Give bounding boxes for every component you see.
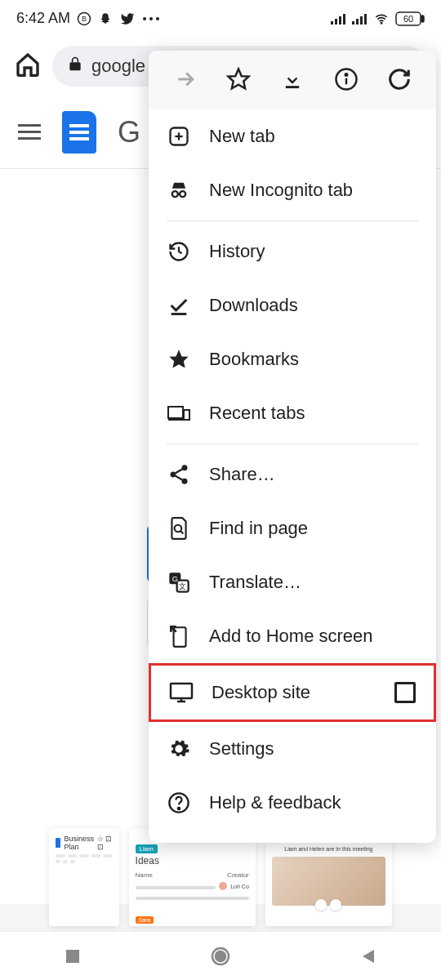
svg-line-40 bbox=[180, 531, 183, 533]
thumb-2-ideas: Ideas bbox=[136, 855, 249, 866]
svg-rect-12 bbox=[364, 14, 367, 24]
svg-rect-9 bbox=[352, 21, 354, 24]
svg-rect-31 bbox=[168, 407, 183, 418]
docs-logo-icon bbox=[62, 111, 96, 154]
menu-share[interactable]: Share… bbox=[149, 448, 436, 501]
forward-button[interactable] bbox=[172, 65, 199, 93]
menu-help-label: Help & feedback bbox=[209, 792, 418, 813]
menu-new-tab[interactable]: New tab bbox=[149, 109, 436, 163]
thumb-1: Business Plan☆ ⊡ ⊡ bbox=[49, 828, 119, 926]
svg-point-13 bbox=[381, 22, 381, 23]
menu-find-in-page[interactable]: Find in page bbox=[149, 501, 436, 555]
menu-translate[interactable]: G文 Translate… bbox=[149, 555, 436, 609]
menu-downloads[interactable]: Downloads bbox=[149, 278, 436, 332]
status-left: 6:42 AM B bbox=[16, 10, 160, 27]
svg-point-36 bbox=[182, 479, 188, 484]
twitter-icon bbox=[119, 11, 136, 26]
svg-point-26 bbox=[172, 191, 178, 197]
menu-downloads-label: Downloads bbox=[209, 295, 418, 316]
svg-rect-19 bbox=[286, 86, 299, 88]
menu-button[interactable] bbox=[18, 124, 41, 140]
thumb-2-name-header: Name bbox=[136, 871, 153, 879]
menu-find-label: Find in page bbox=[209, 518, 418, 539]
back-nav-button[interactable] bbox=[359, 947, 377, 965]
history-icon bbox=[167, 239, 191, 264]
svg-point-50 bbox=[178, 808, 180, 809]
svg-point-3 bbox=[149, 17, 153, 20]
snapchat-icon bbox=[98, 11, 113, 26]
svg-point-39 bbox=[175, 525, 182, 532]
menu-new-tab-label: New tab bbox=[209, 126, 418, 147]
svg-point-34 bbox=[182, 465, 188, 470]
svg-rect-8 bbox=[343, 14, 345, 24]
wifi-icon bbox=[372, 12, 390, 25]
download-button[interactable] bbox=[278, 65, 306, 93]
svg-rect-7 bbox=[339, 16, 341, 24]
svg-marker-18 bbox=[229, 69, 249, 89]
desktop-site-checkbox[interactable] bbox=[394, 682, 416, 703]
google-text: G bbox=[118, 115, 140, 149]
url-text: google bbox=[91, 56, 145, 77]
svg-text:文: 文 bbox=[179, 582, 186, 590]
b-icon: B bbox=[77, 11, 91, 26]
svg-point-27 bbox=[180, 191, 185, 197]
thumb-2: Liam Ideas NameCreator Lori Co Sara bbox=[129, 828, 256, 926]
help-icon bbox=[167, 791, 191, 815]
battery-icon: 60 bbox=[395, 11, 425, 26]
menu-help[interactable]: Help & feedback bbox=[149, 776, 436, 830]
status-time: 6:42 AM bbox=[16, 10, 70, 27]
menu-share-label: Share… bbox=[209, 464, 418, 485]
svg-rect-6 bbox=[335, 19, 337, 24]
home-button[interactable] bbox=[15, 51, 41, 81]
bookmark-star-button[interactable] bbox=[225, 65, 252, 93]
recent-apps-button[interactable] bbox=[64, 947, 82, 965]
menu-settings-label: Settings bbox=[209, 738, 418, 760]
svg-point-22 bbox=[345, 74, 347, 76]
menu-incognito[interactable]: New Incognito tab bbox=[149, 163, 436, 217]
menu-add-home[interactable]: Add to Home screen bbox=[149, 609, 436, 663]
svg-rect-5 bbox=[331, 21, 333, 24]
incognito-icon bbox=[167, 178, 191, 203]
menu-toolbar bbox=[149, 51, 436, 109]
svg-point-35 bbox=[171, 472, 176, 478]
downloads-check-icon bbox=[167, 293, 191, 318]
info-button[interactable] bbox=[332, 65, 360, 93]
menu-translate-label: Translate… bbox=[209, 572, 418, 593]
add-home-icon bbox=[167, 624, 191, 648]
find-page-icon bbox=[167, 516, 191, 541]
menu-bookmarks[interactable]: Bookmarks bbox=[149, 332, 436, 386]
svg-rect-11 bbox=[360, 16, 363, 24]
thumb-2-creator-header: Creator bbox=[227, 871, 249, 879]
thumbnails: Business Plan☆ ⊡ ⊡ Liam Ideas NameCreato… bbox=[49, 828, 392, 926]
share-icon bbox=[167, 462, 191, 487]
menu-desktop-label: Desktop site bbox=[212, 682, 376, 703]
svg-rect-17 bbox=[69, 62, 80, 70]
thumb-3-text: Liam and Helen are in this meeting bbox=[272, 846, 385, 852]
more-dots-icon bbox=[142, 16, 160, 21]
status-bar: 6:42 AM B 60 bbox=[0, 0, 441, 37]
svg-rect-51 bbox=[66, 950, 79, 963]
menu-settings[interactable]: Settings bbox=[149, 722, 436, 776]
reload-button[interactable] bbox=[385, 65, 413, 93]
home-nav-button[interactable] bbox=[209, 945, 232, 968]
signal-icon bbox=[330, 12, 346, 25]
star-icon bbox=[167, 347, 191, 372]
svg-marker-30 bbox=[169, 350, 188, 368]
menu-desktop-site[interactable]: Desktop site bbox=[149, 663, 436, 722]
thumb-2-liam: Liam bbox=[136, 844, 158, 853]
svg-point-2 bbox=[143, 17, 146, 20]
monitor-icon bbox=[169, 680, 194, 705]
android-nav-bar bbox=[0, 931, 441, 980]
svg-point-4 bbox=[156, 17, 159, 20]
svg-rect-46 bbox=[171, 684, 192, 698]
thumb-1-title: Business Plan bbox=[64, 835, 94, 851]
translate-icon: G文 bbox=[167, 570, 191, 595]
menu-divider-2 bbox=[167, 443, 418, 444]
svg-rect-10 bbox=[356, 19, 359, 24]
menu-history[interactable]: History bbox=[149, 225, 436, 278]
svg-line-38 bbox=[176, 476, 182, 480]
menu-recent-tabs[interactable]: Recent tabs bbox=[149, 386, 436, 440]
svg-line-37 bbox=[176, 470, 182, 474]
thumb-2-sara: Sara bbox=[136, 916, 154, 924]
devices-icon bbox=[167, 401, 191, 425]
